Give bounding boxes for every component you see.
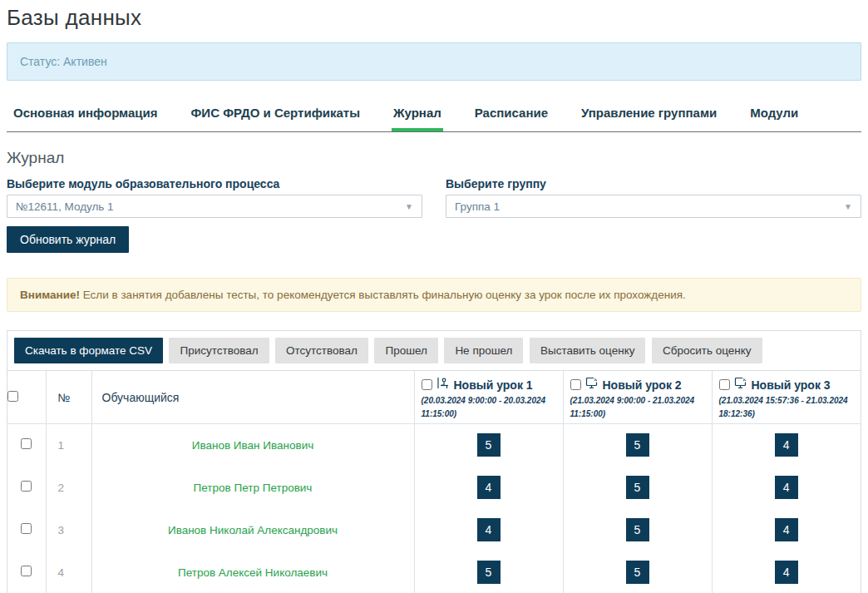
grid-toolbar: Скачать в формате CSV Присутствовал Отсу… [7,331,861,371]
grade-cell[interactable]: 4 [775,561,798,584]
table-row: 2 Петров Петр Петрович 4 5 4 [7,467,861,509]
tab-fis-frdo[interactable]: ФИС ФРДО и Сертификаты [190,101,362,131]
row-checkbox[interactable] [21,523,32,534]
row-checkbox[interactable] [21,481,32,492]
page-root: Базы данных Статус: Активен Основная инф… [0,0,868,593]
journal-table: № Обучающийся [7,371,861,593]
absent-button[interactable]: Отсутствовал [275,338,368,363]
tab-journal[interactable]: Журнал [392,101,443,131]
journal-filters: Выберите модуль образовательного процесс… [7,177,861,218]
grade-cell[interactable]: 4 [775,518,798,541]
lesson-1-column-header: Новый урок 1 (20.03.2024 9:00:00 - 20.03… [414,371,563,424]
warning-text: Если в занятия добавлены тесты, то реком… [80,289,686,301]
row-number: 2 [46,467,91,509]
module-select[interactable]: №12611, Модуль 1 ▼ [7,195,422,218]
row-number: 1 [46,424,91,467]
grade-cell[interactable]: 5 [626,476,649,499]
group-select[interactable]: Группа 1 ▼ [446,195,861,218]
status-text: Статус: Активен [20,55,107,68]
tab-bar: Основная информация ФИС ФРДО и Сертифика… [7,101,861,132]
download-csv-button[interactable]: Скачать в формате CSV [14,338,163,363]
page-title: Базы данных [7,5,861,31]
webinar-lesson-icon [585,377,599,393]
row-number: 3 [46,509,91,551]
journal-grid: Скачать в формате CSV Присутствовал Отсу… [7,330,861,593]
grade-cell[interactable]: 5 [626,518,649,541]
lesson-dates: (21.03.2024 9:00:00 - 21.03.2024 11:15:0… [570,394,705,420]
grade-cell[interactable]: 4 [477,518,501,541]
journal-heading: Журнал [7,149,861,167]
grade-cell[interactable]: 4 [775,433,798,457]
table-header-row: № Обучающийся [7,371,861,424]
status-banner: Статус: Активен [7,42,861,81]
module-select-label: Выберите модуль образовательного процесс… [7,177,422,190]
grade-cell[interactable]: 5 [477,433,501,457]
lesson-3-column-header: Новый урок 3 (21.03.2024 15:57:36 - 21.0… [712,371,861,424]
grade-cell[interactable]: 5 [626,561,649,584]
lesson-dates: (21.03.2024 15:57:36 - 21.03.2024 18:12:… [719,394,855,420]
student-column-header: Обучающийся [91,371,414,424]
student-link[interactable]: Иванов Иван Иванович [192,439,314,452]
grade-cell[interactable]: 4 [477,476,501,499]
student-link[interactable]: Петров Петр Петрович [194,482,313,494]
group-select-value: Группа 1 [455,200,500,213]
warning-banner: Внимание! Если в занятия добавлены тесты… [7,278,861,312]
lesson-title: Новый урок 3 [752,378,831,392]
chevron-down-icon: ▼ [405,202,413,211]
row-checkbox[interactable] [21,566,32,576]
tab-modules[interactable]: Модули [748,101,800,131]
table-row: 3 Иванов Николай Александрович 4 5 4 [7,509,861,551]
table-row: 4 Петров Алексей Николаевич 5 5 4 [7,551,861,593]
number-column-header: № [46,371,91,424]
grade-cell[interactable]: 5 [626,433,649,457]
row-number: 4 [46,551,91,593]
row-checkbox[interactable] [21,438,32,449]
student-link[interactable]: Петров Алексей Николаевич [178,566,328,579]
not-passed-button[interactable]: Не прошел [444,338,523,363]
refresh-journal-button[interactable]: Обновить журнал [7,226,129,253]
present-button[interactable]: Присутствовал [169,338,269,363]
classroom-lesson-icon [436,377,450,393]
table-row: 1 Иванов Иван Иванович 5 5 4 [7,424,861,467]
warning-bold: Внимание! [20,289,80,301]
tab-groups[interactable]: Управление группами [579,101,718,131]
passed-button[interactable]: Прошел [374,338,438,363]
lesson-2-column-header: Новый урок 2 (21.03.2024 9:00:00 - 21.03… [563,371,712,424]
grade-cell[interactable]: 5 [477,561,501,584]
chevron-down-icon: ▼ [844,202,852,211]
lesson-title: Новый урок 1 [454,378,533,392]
webinar-lesson-icon [734,377,747,393]
lesson-title: Новый урок 2 [603,378,682,392]
reset-grade-button[interactable]: Сбросить оценку [652,338,762,363]
lesson-1-checkbox[interactable] [422,379,432,390]
module-select-value: №12611, Модуль 1 [16,200,114,213]
lesson-3-checkbox[interactable] [719,379,730,390]
group-select-label: Выберите группу [446,177,861,190]
tab-schedule[interactable]: Расписание [473,101,550,131]
set-grade-button[interactable]: Выставить оценку [530,338,646,363]
select-all-checkbox[interactable] [7,391,18,402]
tab-main-info[interactable]: Основная информация [12,101,160,131]
lesson-dates: (20.03.2024 9:00:00 - 20.03.2024 11:15:0… [422,394,556,420]
grade-cell[interactable]: 4 [775,476,798,499]
student-link[interactable]: Иванов Николай Александрович [168,524,338,536]
lesson-2-checkbox[interactable] [570,379,581,390]
